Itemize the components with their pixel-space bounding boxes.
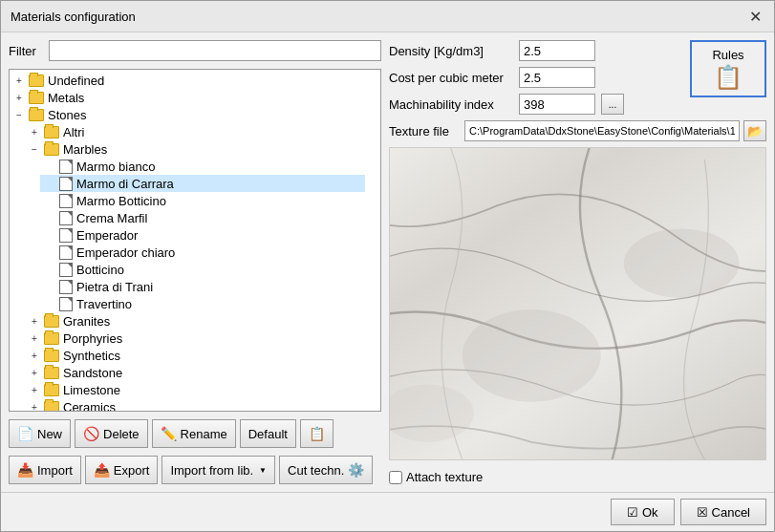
folder-icon-stones [29, 109, 44, 121]
density-row: Density [Kg/dm3] [389, 40, 684, 61]
cost-input[interactable] [519, 67, 595, 88]
tree-item-emperador[interactable]: Emperador [40, 226, 365, 244]
expand-granites[interactable]: + [27, 313, 42, 329]
folder-icon-metals [29, 92, 44, 104]
texture-preview [389, 147, 766, 460]
new-icon: 📄 [17, 426, 33, 441]
delete-icon: 🚫 [83, 426, 99, 441]
tree-label-stones: Stones [48, 108, 86, 122]
export-label: Export [114, 463, 150, 478]
delete-button[interactable]: 🚫 Delete [75, 419, 148, 448]
tree-item-marbles[interactable]: − Marbles [25, 140, 365, 158]
attach-texture-checkbox[interactable] [389, 471, 402, 484]
spacer [42, 159, 57, 174]
cancel-label: Cancel [712, 505, 750, 520]
machinability-row: Machinability index ... [389, 94, 684, 115]
tree-label-marbles: Marbles [63, 142, 107, 157]
tree-container[interactable]: + Undefined + Metals − Stones [9, 69, 381, 412]
tree-item-emperador-chiaro[interactable]: Emperador chiaro [40, 244, 365, 261]
new-button[interactable]: 📄 New [9, 419, 71, 448]
ok-button[interactable]: ☑ Ok [611, 499, 675, 525]
default-button[interactable]: Default [240, 419, 296, 448]
tree-item-marmo-di-carrara[interactable]: Marmo di Carrara [40, 175, 365, 192]
tree-label-travertino: Travertino [76, 297, 132, 311]
cancel-button[interactable]: ☒ Cancel [680, 499, 766, 525]
default-label: Default [248, 427, 288, 441]
close-button[interactable]: ✕ [745, 7, 764, 26]
tree-label-marmo-bianco: Marmo bianco [76, 160, 155, 174]
machinability-browse-button[interactable]: ... [601, 94, 624, 115]
spacer6 [42, 245, 57, 260]
properties-fields: Density [Kg/dm3] Cost per cubic meter Ma… [389, 40, 684, 115]
rules-button[interactable]: Rules 📋 [690, 40, 766, 97]
tree-label-sandstone: Sandstone [63, 366, 122, 380]
folder-icon-marbles [44, 143, 59, 156]
rules-label: Rules [712, 48, 743, 62]
file-icon-marmo-botticino [59, 194, 73, 208]
file-icon-crema-marfil [59, 211, 73, 225]
rename-label: Rename [181, 427, 227, 441]
expand-synthetics[interactable]: + [27, 348, 42, 363]
import-icon: 📥 [17, 462, 33, 478]
import-from-lib-button[interactable]: Import from lib. [161, 456, 275, 484]
tree-label-granites: Granites [63, 314, 110, 329]
attach-texture-row: Attach texture [389, 470, 766, 484]
expand-undefined[interactable]: + [11, 73, 27, 88]
expand-limestone[interactable]: + [27, 382, 42, 397]
expand-porphyries[interactable]: + [27, 330, 42, 346]
folder-icon-limestone [44, 384, 59, 396]
tree-item-crema-marfil[interactable]: Crema Marfil [40, 209, 365, 226]
tree-item-stones[interactable]: − Stones [10, 106, 365, 123]
file-icon-travertino [59, 297, 73, 311]
svg-point-2 [463, 309, 601, 402]
ok-check-icon: ☑ [627, 505, 638, 520]
tree-item-travertino[interactable]: Travertino [40, 295, 365, 312]
tree-item-undefined[interactable]: + Undefined [10, 72, 365, 89]
marble-texture-svg [390, 148, 765, 459]
expand-marbles[interactable]: − [27, 141, 42, 157]
default-icon-button[interactable]: 📋 [300, 419, 334, 448]
expand-stones[interactable]: − [11, 107, 27, 122]
texture-browse-button[interactable]: 📂 [743, 120, 766, 141]
expand-metals[interactable]: + [11, 90, 27, 105]
tree-item-sandstone[interactable]: + Sandstone [25, 364, 365, 381]
tree-label-synthetics: Synthetics [63, 349, 120, 363]
tree-item-botticino[interactable]: Botticino [40, 261, 365, 278]
tree-label-limestone: Limestone [63, 383, 120, 397]
expand-ceramics[interactable]: + [27, 399, 42, 412]
file-icon-marmo-bianco [59, 160, 73, 174]
cut-tech-button[interactable]: Cut techn. ⚙️ [279, 456, 373, 484]
texture-path-input[interactable] [464, 120, 740, 141]
cancel-x-icon: ☒ [697, 505, 708, 520]
tree-item-granites[interactable]: + Granites [25, 312, 365, 330]
tree-item-marmo-botticino[interactable]: Marmo Botticino [40, 192, 365, 209]
material-tree: + Undefined + Metals − Stones [10, 70, 380, 412]
tree-item-ceramics[interactable]: + Ceramics [25, 398, 365, 412]
spacer9 [42, 296, 57, 311]
tree-item-synthetics[interactable]: + Synthetics [25, 347, 365, 364]
tree-label-metals: Metals [48, 91, 84, 105]
cut-tech-label: Cut techn. [288, 463, 344, 478]
tree-item-porphyries[interactable]: + Porphyries [25, 330, 365, 347]
delete-label: Delete [103, 427, 140, 441]
expand-altri[interactable]: + [27, 124, 42, 139]
dialog-footer: ☑ Ok ☒ Cancel [1, 492, 774, 531]
title-bar: Materials configuration ✕ [1, 1, 774, 32]
density-input[interactable] [519, 40, 595, 61]
rename-button[interactable]: ✏️ Rename [152, 419, 236, 448]
dialog-body: Filter + Undefined + Metals [1, 32, 774, 492]
tree-item-limestone[interactable]: + Limestone [25, 381, 365, 398]
spacer8 [42, 279, 57, 294]
new-label: New [37, 427, 62, 441]
import-button[interactable]: 📥 Import [9, 456, 81, 484]
machinability-input[interactable] [519, 94, 595, 115]
tree-item-marmo-bianco[interactable]: Marmo bianco [40, 158, 365, 175]
expand-sandstone[interactable]: + [27, 365, 42, 380]
filter-input[interactable] [49, 40, 381, 61]
tree-item-pietra-di-trani[interactable]: Pietra di Trani [40, 278, 365, 295]
file-icon-marmo-di-carrara [59, 177, 73, 191]
export-button[interactable]: 📤 Export [85, 456, 159, 484]
tree-item-metals[interactable]: + Metals [10, 89, 365, 106]
tree-label-botticino: Botticino [76, 263, 124, 277]
tree-item-altri[interactable]: + Altri [25, 123, 365, 140]
